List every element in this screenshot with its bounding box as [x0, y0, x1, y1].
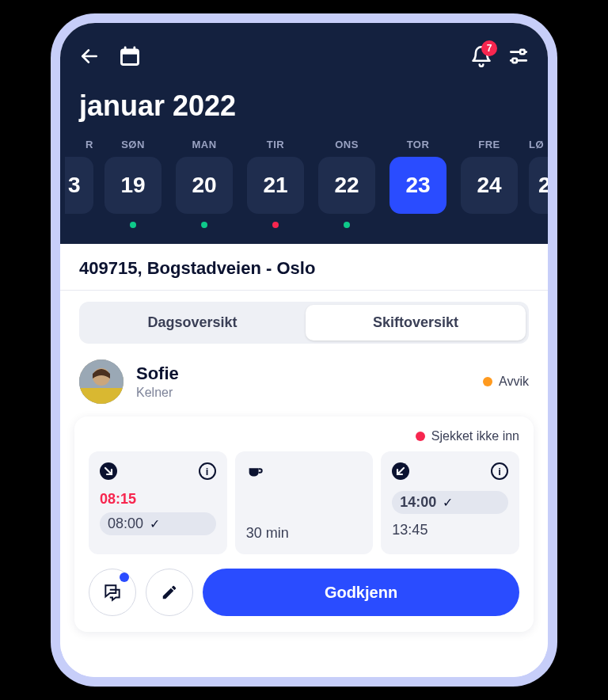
pencil-icon	[161, 584, 178, 601]
day-number: 22	[318, 157, 375, 214]
coffee-icon	[246, 462, 264, 480]
week-strip[interactable]: R3SØN19MAN20TIR21ONS22TOR23FRE24LØ2	[60, 139, 548, 228]
check-out-planned-wrap: 13:45	[392, 519, 508, 542]
back-arrow-icon	[79, 46, 100, 67]
weekday-label: LØ	[529, 139, 544, 150]
employee-role: Kelner	[136, 386, 179, 400]
day-cell[interactable]: FRE24	[458, 139, 521, 228]
check-in-planned: 08:00	[108, 515, 143, 532]
tab-day-overview[interactable]: Dagsoversikt	[82, 305, 302, 340]
day-number: 23	[390, 157, 446, 214]
content: 409715, Bogstadveien - Oslo Dagsoversikt…	[60, 244, 548, 677]
day-cell[interactable]: SØN19	[101, 139, 165, 228]
svg-rect-2	[122, 50, 139, 55]
calendar-icon	[119, 45, 141, 67]
info-icon[interactable]: i	[199, 462, 216, 480]
weekday-label: FRE	[478, 139, 500, 150]
settings-button[interactable]	[508, 46, 529, 67]
tab-shift-overview[interactable]: Skiftoversikt	[306, 305, 526, 340]
day-cell[interactable]: R3	[65, 139, 93, 228]
event-dot-icon	[272, 222, 279, 228]
chat-icon	[102, 582, 123, 603]
employee-row[interactable]: Sofie Kelner Avvik	[60, 353, 548, 413]
check-out-actual: 14:00	[400, 494, 436, 511]
break-duration: 30 min	[246, 525, 363, 542]
day-cell[interactable]: TOR23	[386, 139, 450, 228]
weekday-label: SØN	[121, 139, 145, 150]
check-in-planned-pill: 08:00 ✓	[100, 512, 216, 535]
check-out-planned: 13:45	[392, 522, 428, 538]
comment-button[interactable]	[89, 569, 136, 616]
break-slot[interactable]: 30 min	[235, 451, 374, 554]
status-dot-icon	[483, 377, 492, 386]
check-in-actual: 08:15	[100, 491, 216, 508]
day-number: 20	[176, 157, 233, 214]
top-bar: 7	[79, 45, 529, 67]
svg-rect-7	[520, 50, 524, 54]
day-number: 2	[529, 157, 548, 214]
notification-badge: 7	[481, 40, 497, 56]
shift-card: Sjekket ikke inn i 08:15 08:00	[74, 417, 534, 632]
day-number: 21	[247, 157, 304, 214]
event-dot-icon	[344, 222, 350, 228]
check-icon: ✓	[443, 495, 453, 510]
header: 7 januar 2022 R3SØN19MAN20TIR21ONS22TOR2…	[60, 23, 548, 244]
approve-button[interactable]: Godkjenn	[203, 569, 519, 616]
day-cell[interactable]: LØ2	[529, 139, 548, 228]
employee-name: Sofie	[136, 363, 179, 384]
not-checked-in-badge: Sjekket ikke inn	[416, 429, 519, 443]
time-slots: i 08:15 08:00 ✓	[89, 451, 519, 554]
location-title: 409715, Bogstadveien - Oslo	[60, 244, 548, 291]
svg-rect-10	[79, 388, 124, 404]
deviation-label: Avvik	[499, 375, 529, 389]
card-actions: Godkjenn	[89, 569, 519, 616]
weekday-label: MAN	[192, 139, 216, 150]
unread-dot-icon	[120, 573, 129, 582]
weekday-label: R	[86, 139, 93, 150]
edit-button[interactable]	[146, 569, 193, 616]
day-number: 3	[65, 157, 93, 214]
notifications-button[interactable]: 7	[470, 45, 492, 67]
check-in-icon	[100, 462, 117, 480]
day-cell[interactable]: ONS22	[315, 139, 378, 228]
check-out-icon	[392, 462, 409, 480]
weekday-label: ONS	[335, 139, 359, 150]
sliders-icon	[508, 46, 529, 67]
day-number: 19	[104, 157, 162, 214]
day-cell[interactable]: TIR21	[244, 139, 307, 228]
calendar-button[interactable]	[119, 45, 141, 67]
day-cell[interactable]: MAN20	[173, 139, 236, 228]
phone-frame: 7 januar 2022 R3SØN19MAN20TIR21ONS22TOR2…	[51, 13, 557, 687]
not-checked-in-label: Sjekket ikke inn	[431, 429, 519, 443]
month-title: januar 2022	[79, 89, 529, 123]
avatar	[79, 360, 124, 404]
employee-info: Sofie Kelner	[136, 363, 179, 400]
phone-screen: 7 januar 2022 R3SØN19MAN20TIR21ONS22TOR2…	[60, 23, 548, 677]
check-icon: ✓	[150, 516, 160, 531]
svg-rect-8	[512, 59, 516, 63]
weekday-label: TOR	[407, 139, 430, 150]
info-icon[interactable]: i	[491, 462, 508, 480]
segmented-control: Dagsoversikt Skiftoversikt	[60, 291, 548, 353]
day-number: 24	[461, 157, 518, 214]
event-dot-icon	[201, 222, 207, 228]
status-dot-icon	[416, 432, 425, 441]
check-out-actual-pill: 14:00 ✓	[392, 491, 508, 514]
deviation-badge: Avvik	[483, 375, 529, 389]
check-out-slot[interactable]: i 14:00 ✓ 13:45	[381, 451, 519, 554]
weekday-label: TIR	[267, 139, 284, 150]
event-dot-icon	[130, 222, 136, 228]
check-in-slot[interactable]: i 08:15 08:00 ✓	[89, 451, 227, 554]
back-button[interactable]	[79, 46, 100, 67]
